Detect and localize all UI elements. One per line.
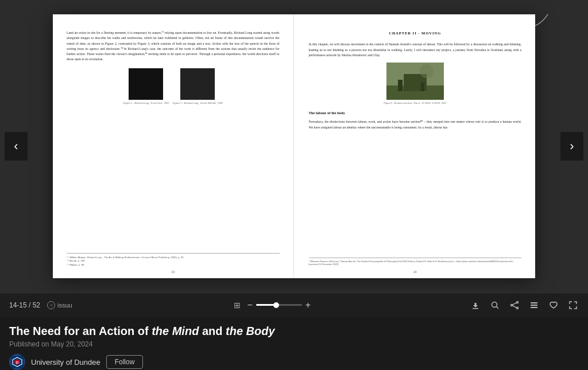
svg-text:D: D (16, 361, 19, 364)
heart-icon (549, 301, 558, 310)
svg-point-7 (492, 302, 497, 307)
publisher-name: University of Dundee (31, 358, 100, 367)
fullscreen-button[interactable] (567, 299, 579, 311)
zoom-slider-fill (256, 304, 274, 306)
svg-point-3 (420, 64, 434, 78)
page-right: CHAPTER II - MOVING In this chapter, we … (295, 14, 536, 278)
right-footnotes: ⁸⁰Maurizio Passerin d'Entreves, 'Hannah … (309, 258, 522, 267)
svg-line-8 (497, 306, 499, 309)
right-body-text: Nowadays, the distinctions between labou… (309, 119, 522, 130)
left-footnotes: ⁷⁷ William Malpas, Richard Long – The Ar… (67, 253, 280, 267)
left-body-text: Land art exists in site for a fleeting m… (67, 30, 280, 63)
chapter-title: CHAPTER II - MOVING (309, 30, 522, 36)
fig6-caption: Figure 6 – Kristína Gavalova, 'Day 4 - 4… (384, 102, 446, 106)
publisher-row: D University of Dundee Follow (9, 354, 579, 370)
svg-rect-14 (531, 302, 537, 303)
toolbar-center: ⊞ − + (72, 298, 470, 312)
svg-rect-6 (473, 308, 478, 309)
svg-point-9 (517, 301, 519, 303)
share-button[interactable] (509, 299, 520, 311)
favorite-button[interactable] (548, 299, 559, 311)
issuu-circle-icon: ⊙ (47, 301, 55, 309)
left-page-number: 13 (53, 270, 293, 274)
zoom-slider-thumb (273, 302, 279, 308)
figure-6-container: Figure 6 – Kristína Gavalova, 'Day 4 - 4… (309, 63, 522, 106)
page-images-left: Figure 2 – Richard Long, 'In the Gust', … (67, 68, 280, 105)
page-left: Land art exists in site for a fleeting m… (53, 14, 294, 278)
zoom-control: − + (247, 301, 311, 310)
svg-line-12 (512, 302, 516, 305)
download-button[interactable] (470, 299, 481, 311)
svg-rect-16 (531, 307, 537, 308)
zoom-plus-button[interactable]: + (305, 301, 311, 310)
viewer-container: ‹ Land art exists in site for a fleeting… (0, 0, 588, 293)
figure-3-image (180, 68, 215, 100)
next-page-button[interactable]: › (560, 132, 583, 161)
svg-point-10 (511, 304, 513, 306)
issuu-label: issuu (57, 302, 72, 309)
prev-page-button[interactable]: ‹ (5, 132, 28, 161)
svg-rect-15 (531, 305, 537, 306)
svg-rect-4 (398, 80, 403, 91)
svg-line-13 (512, 305, 516, 307)
search-icon (490, 301, 500, 310)
stack-button[interactable] (528, 299, 540, 311)
download-icon (471, 301, 480, 310)
follow-button[interactable]: Follow (106, 355, 144, 369)
share-icon (510, 301, 519, 310)
section-heading: The labour of the body (309, 110, 522, 116)
publisher-avatar: D (9, 354, 25, 370)
stack-icon (529, 301, 539, 310)
document-title: The Need for an Action of the Mind and t… (9, 325, 579, 338)
view-toggle: ⊞ (231, 298, 243, 312)
toolbar: 14-15 / 52 ⊙ issuu ⊞ − + (0, 293, 588, 317)
toolbar-left: 14-15 / 52 ⊙ issuu (9, 301, 72, 309)
right-intro-text: In this chapter, we will discuss movemen… (309, 42, 522, 58)
toolbar-right (470, 299, 579, 311)
published-date: Published on May 20, 2024 (9, 340, 579, 348)
grid-view-button[interactable]: ⊞ (231, 298, 243, 312)
right-page-number: 14 (295, 270, 536, 274)
page-indicator: 14-15 / 52 (9, 301, 40, 309)
zoom-minus-button[interactable]: − (247, 301, 253, 310)
info-bar: The Need for an Action of the Mind and t… (0, 317, 588, 370)
figure-6-image (386, 63, 444, 100)
fullscreen-icon (568, 301, 578, 310)
fig2-caption: Figure 2 – Richard Long, 'In the Gust', … (123, 101, 169, 105)
svg-point-11 (517, 307, 519, 309)
figure-2-image (129, 68, 163, 100)
issuu-logo: ⊙ issuu (47, 301, 72, 309)
document-spread: Land art exists in site for a fleeting m… (53, 14, 535, 278)
zoom-slider[interactable] (256, 304, 302, 306)
svg-rect-5 (421, 83, 424, 91)
fig3-caption: Figure 3 – Richard Long, 'On the Hillsid… (173, 101, 223, 105)
search-button[interactable] (489, 299, 501, 311)
